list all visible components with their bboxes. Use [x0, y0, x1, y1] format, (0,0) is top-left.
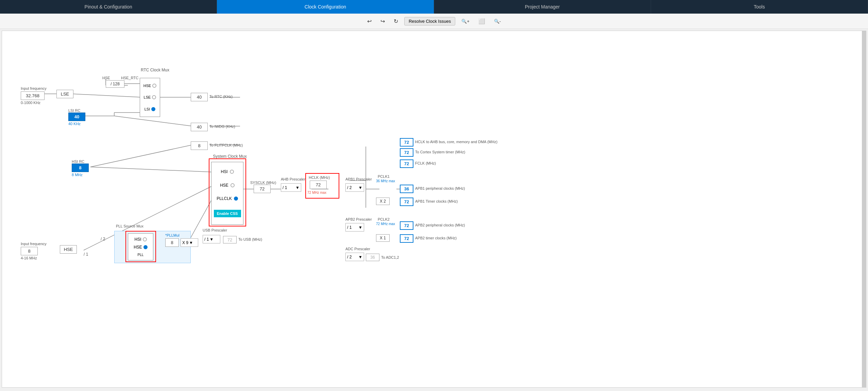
rtc-lse-radio[interactable] — [152, 95, 156, 99]
hclk-label: HCLK (MHz) — [309, 175, 330, 180]
pll-x9-dropdown[interactable]: X 9 ▼ — [181, 238, 198, 247]
tab-project[interactable]: Project Manager — [434, 0, 651, 14]
adc-out-label: To ADC1,2 — [381, 255, 399, 259]
input-freq-range-2: 4-16 MHz — [21, 256, 37, 260]
rtc-out-label: To RTC (KHz) — [209, 95, 233, 99]
undo-icon[interactable]: ↩ — [364, 17, 374, 26]
ahb-div-dropdown[interactable]: / 1 ▼ — [281, 183, 301, 192]
zoom-in-icon[interactable]: 🔍+ — [459, 17, 472, 25]
pll-hse-radio[interactable] — [143, 245, 148, 249]
hclk-val[interactable]: 72 — [310, 181, 327, 189]
pclk1-label: PCLK1 — [378, 174, 390, 178]
lsi-rc-block[interactable]: 40 — [68, 113, 85, 121]
sys-hsi-radio[interactable] — [230, 170, 234, 174]
pclk1-max: 36 MHz max — [376, 179, 395, 183]
cortex-timer-val[interactable]: 72 — [400, 148, 413, 157]
pll-mul-val[interactable]: 8 — [165, 238, 179, 247]
apb1-periph-label: APB1 peripheral clocks (MHz) — [415, 186, 465, 190]
zoom-out-icon[interactable]: 🔍- — [491, 17, 504, 25]
sysclk-label: SYSCLK (MHz) — [250, 181, 276, 185]
pll-mul-label: *PLLMul — [165, 233, 180, 237]
apb1-timer-label: APB1 Timer clocks (MHz) — [415, 199, 458, 203]
adc-prescaler-label: ADC Prescaler — [345, 247, 370, 251]
input-freq-label-1: Input frequency — [21, 86, 47, 90]
usb-div-dropdown[interactable]: / 1 ▼ — [203, 235, 220, 243]
lse-block[interactable]: LSE — [56, 90, 73, 98]
main-content: Input frequency 32.768 0-1000 KHz LSE LS… — [2, 31, 866, 388]
fclk-val[interactable]: 72 — [400, 159, 413, 168]
system-mux[interactable]: HSI HSE PLLCLK Enable CSS — [211, 162, 243, 225]
toolbar: ↩ ↪ ↻ Resolve Clock Issues 🔍+ ⬜ 🔍- — [0, 14, 868, 29]
input-freq-value-1[interactable]: 32.768 — [21, 91, 45, 100]
sysclk-val[interactable]: 72 — [254, 185, 271, 193]
apb1-periph-val[interactable]: 36 — [400, 185, 413, 193]
usb-out-label: To USB (MHz) — [238, 237, 262, 241]
adc-div-dropdown[interactable]: / 2 ▼ — [345, 253, 364, 261]
svg-line-1 — [72, 94, 141, 97]
ahb-prescaler-label: AHB Prescaler — [281, 177, 305, 181]
iwdg-out-label: To IWDG (KHz) — [209, 124, 235, 129]
pll-source-mux-label: PLL Source Mux — [116, 224, 143, 228]
input-freq-label-2: Input frequency — [21, 242, 47, 246]
pll-label-small: PLL — [138, 253, 144, 257]
pll-div2: / 2 — [101, 237, 105, 241]
usb-out-val[interactable]: 72 — [223, 236, 237, 243]
cortex-timer-label: To Cortex System timer (MHz) — [415, 150, 465, 154]
refresh-icon[interactable]: ↻ — [391, 17, 401, 26]
iwdg-out-val[interactable]: 40 — [191, 123, 208, 131]
enable-css-button[interactable]: Enable CSS — [214, 210, 241, 217]
apb2-timer-mult: X 1 — [376, 234, 390, 242]
div128-block: / 128 — [106, 80, 124, 88]
apb2-div-dropdown[interactable]: / 1 ▼ — [345, 223, 364, 232]
svg-line-10 — [114, 116, 192, 126]
sys-pll-radio[interactable] — [234, 197, 238, 201]
lsi-rc-label: LSI RC — [68, 108, 80, 113]
clock-diagram: Input frequency 32.768 0-1000 KHz LSE LS… — [2, 31, 866, 387]
scrollbar-right[interactable] — [862, 31, 866, 387]
apb1-div-dropdown[interactable]: / 2 ▼ — [345, 183, 364, 192]
svg-line-12 — [90, 145, 192, 167]
flitf-out-val[interactable]: 8 — [191, 141, 208, 150]
fclk-label: FCLK (MHz) — [415, 161, 436, 165]
hsi-rc-label: HSI RC — [72, 159, 84, 164]
zoom-fit-icon[interactable]: ⬜ — [476, 17, 488, 26]
hclk-ahb-val[interactable]: 72 — [400, 138, 413, 147]
apb2-periph-val[interactable]: 72 — [400, 221, 413, 230]
redo-icon[interactable]: ↪ — [378, 17, 388, 26]
tab-clock[interactable]: Clock Configuration — [217, 0, 434, 14]
lsi-rc-unit: 40 KHz — [68, 122, 81, 126]
resolve-clock-button[interactable]: Resolve Clock Issues — [404, 17, 455, 26]
adc-out-val[interactable]: 36 — [366, 254, 379, 261]
hsi-rc-block[interactable]: 8 — [72, 164, 89, 172]
hse-label-rtc: HSE — [102, 76, 110, 80]
hsi-rc-unit: 8 MHz — [72, 173, 83, 177]
sys-hse-radio[interactable] — [231, 183, 235, 187]
pll-hsi-radio[interactable] — [143, 237, 147, 241]
apb1-timer-mult: X 2 — [376, 198, 390, 205]
pclk2-label: PCLK2 — [378, 217, 390, 221]
apb2-timer-val[interactable]: 72 — [400, 234, 413, 243]
input-freq-range-1: 0-1000 KHz — [21, 101, 40, 105]
pll-source-mux[interactable]: HSI HSE PLL — [128, 233, 153, 260]
flitf-out-label: To FLITFCLK (MHz) — [209, 143, 243, 147]
apb2-prescaler-label: APB2 Prescaler — [345, 217, 372, 221]
usb-prescaler-label: USB Prescaler — [203, 228, 227, 232]
tab-pinout[interactable]: Pinout & Configuration — [0, 0, 217, 14]
hse-rtc-label: HSE_RTC — [121, 76, 138, 80]
rtc-mux-label: RTC Clock Mux — [138, 68, 172, 72]
apb1-timer-val[interactable]: 72 — [400, 198, 413, 206]
rtc-lsi-radio[interactable] — [151, 107, 155, 111]
hclk-max: 72 MHz max — [307, 191, 326, 194]
hse-block[interactable]: HSE — [60, 245, 77, 254]
rtc-hse-radio[interactable] — [152, 84, 156, 88]
top-nav: Pinout & Configuration Clock Configurati… — [0, 0, 868, 14]
apb2-timer-label: APB2 timer clocks (MHz) — [415, 236, 457, 240]
pll-div1: / 1 — [84, 252, 88, 257]
svg-line-21 — [90, 167, 213, 172]
input-freq-value-2[interactable]: 8 — [21, 247, 38, 255]
rtc-mux[interactable]: HSE LSE LSI — [140, 78, 160, 117]
connections-svg — [2, 31, 866, 387]
apb1-prescaler-label: APB1 Prescaler — [345, 177, 372, 181]
rtc-out-val[interactable]: 40 — [191, 93, 208, 101]
tab-tools[interactable]: Tools — [651, 0, 868, 14]
